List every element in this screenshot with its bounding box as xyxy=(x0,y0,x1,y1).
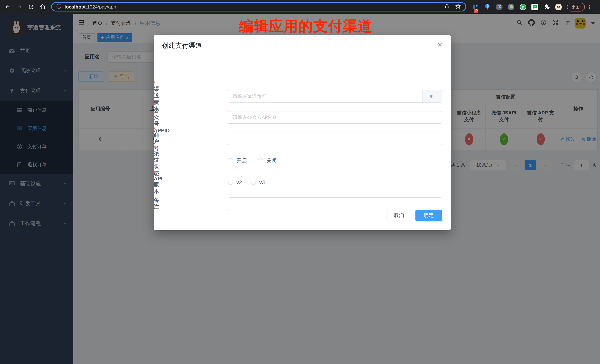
percent-suffix: % xyxy=(422,90,442,102)
dialog-title: 创建支付渠道 xyxy=(162,41,202,50)
extensions-puzzle-icon[interactable] xyxy=(543,3,550,10)
browser-back-icon[interactable] xyxy=(4,4,11,10)
status-open-radio[interactable]: 开启 xyxy=(228,157,247,164)
dialog-close-icon[interactable]: ✕ xyxy=(437,41,443,49)
extension-badge: 10 xyxy=(474,9,478,12)
remark-input[interactable] xyxy=(228,197,442,210)
browser-home-icon[interactable] xyxy=(40,4,46,10)
browser-update-button[interactable]: 更新 xyxy=(567,2,585,11)
radio-icon xyxy=(258,158,263,163)
cancel-button[interactable]: 取消 xyxy=(386,209,411,221)
share-icon[interactable] xyxy=(444,3,450,10)
profile-avatar-icon[interactable] xyxy=(555,3,562,10)
extension-dot-icon[interactable] xyxy=(508,3,514,10)
confirm-button[interactable]: 确定 xyxy=(415,209,442,221)
bookmark-star-icon[interactable] xyxy=(455,3,461,10)
extension-chat-icon[interactable] xyxy=(531,3,538,10)
create-payment-channel-dialog: 创建支付渠道 ✕ 渠道费率 请输入渠道费率 % 公众号APPID 请输入公众号A… xyxy=(154,35,451,230)
api-v3-radio[interactable]: v3 xyxy=(251,179,265,185)
url-path: :1024/pay/app xyxy=(86,4,116,10)
rate-input[interactable]: 请输入渠道费率 % xyxy=(228,90,442,103)
appid-input[interactable]: 请输入公众号APPID xyxy=(228,111,442,124)
extension-command-icon[interactable]: ⌘ xyxy=(496,3,503,10)
radio-icon xyxy=(251,180,256,185)
browser-menu-icon[interactable]: ⋮ xyxy=(587,4,592,10)
browser-reload-icon[interactable] xyxy=(28,4,34,10)
api-v2-radio[interactable]: v2 xyxy=(228,179,242,185)
annotation-text: 编辑应用的支付渠道 xyxy=(239,16,373,36)
extension-pinned-icon[interactable]: 10 xyxy=(472,3,479,10)
browser-toolbar: localhost:1024/pay/app 10 ⌘ y 更新 ⋮ xyxy=(0,0,600,14)
browser-forward-icon[interactable] xyxy=(16,4,23,10)
screen: localhost:1024/pay/app 10 ⌘ y 更新 ⋮ xyxy=(0,0,600,364)
radio-icon xyxy=(228,158,233,163)
site-info-icon[interactable] xyxy=(56,3,62,10)
address-bar[interactable]: localhost:1024/pay/app xyxy=(51,2,466,11)
status-closed-radio[interactable]: 关闭 xyxy=(258,157,277,164)
extension-balloon-icon[interactable] xyxy=(484,3,491,10)
radio-icon xyxy=(228,180,233,185)
url-host: localhost xyxy=(65,4,86,10)
merchant-input[interactable] xyxy=(228,133,442,145)
extension-y-icon[interactable]: y xyxy=(520,3,526,10)
